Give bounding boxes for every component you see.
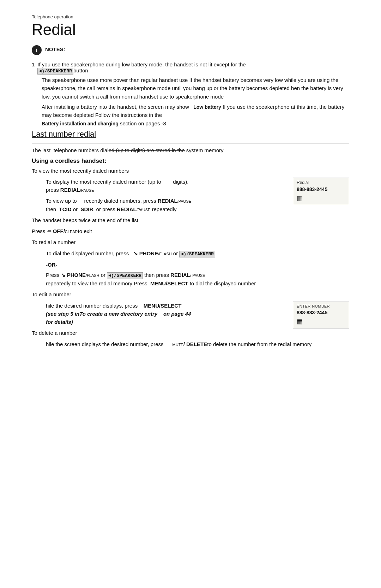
redial-screen: Redial 888-883-2445 ▦	[293, 178, 349, 205]
menu-key: MENU	[150, 280, 166, 286]
enter-number-screen: ENTER NUMBER 888-883-2445 ▦	[293, 302, 349, 328]
press-off: Press ✏ OFF/CLEARto exit	[32, 227, 349, 235]
step1: To display the most recently dialed numb…	[46, 178, 286, 194]
using-cordless-heading: Using a cordless handset:	[32, 158, 349, 165]
view-intro: To view the most recently dialed numbers	[32, 167, 349, 175]
note-text-1: If you use the speakerphone during low b…	[37, 61, 246, 74]
screen-number: 888-883-2445	[297, 186, 345, 192]
note-number: 1	[32, 61, 35, 74]
mute-key: MUTE	[173, 343, 183, 347]
enter-number-icon: ▦	[297, 317, 345, 325]
dial-displayed: To dial the displayed number, press ↘ PH…	[46, 249, 349, 258]
note-para-2: After installing a battery into the hand…	[42, 103, 349, 128]
page-title: Redial	[32, 21, 349, 38]
note-para-1: The speakerphone uses more power than re…	[42, 76, 349, 101]
last-number-description: The last telephone numbers dialed (up to…	[32, 146, 349, 154]
notes-section: i NOTES:	[32, 45, 349, 55]
edit-steps-with-screen: hile the desired number displays, press …	[32, 302, 349, 329]
section-divider	[32, 143, 349, 143]
breadcrumb: Telephone operation	[32, 14, 349, 19]
screen-title: Redial	[297, 180, 345, 185]
delete-number-intro: To delete a number	[32, 329, 349, 337]
menu-key-2: MENU	[144, 303, 159, 309]
screen-icon: ▦	[297, 194, 345, 202]
redial-key: REDIAL	[60, 187, 80, 193]
redial-key-2: REDIAL	[170, 272, 190, 278]
off-key: OFF/	[53, 228, 65, 234]
delete-key: / DELETE	[183, 341, 207, 347]
edit-step: hile the desired number displays, press …	[46, 302, 286, 326]
notes-label: NOTES:	[45, 45, 65, 52]
edit-steps-content: hile the desired number displays, press …	[32, 302, 286, 329]
edit-number-intro: To edit a number	[32, 290, 349, 298]
redial-steps-with-screen: To display the most recently dialed numb…	[32, 178, 349, 216]
select-key-2: /SELECT	[159, 303, 181, 309]
off-icon: ✏	[47, 228, 52, 234]
edit-bold-text: (see step 5 inTo create a new directory …	[46, 311, 157, 317]
enter-number-title: ENTER NUMBER	[297, 304, 345, 308]
phone-key-2: ↘ PHONE	[61, 272, 86, 278]
speakerphone-key-2: ◄)/SPEAKKERR	[179, 251, 215, 257]
phone-key: ↘ PHONE	[133, 250, 158, 256]
speakerphone-button: ◄)/SPEAKKERR	[37, 68, 73, 75]
press2: Press ↘ PHONE/FLASH or ◄)/SPEAKKERR then…	[46, 271, 349, 287]
info-icon: i	[32, 45, 42, 55]
select-key: /SELECT	[166, 280, 188, 286]
note-item-1: 1 If you use the speakerphone during low…	[32, 61, 349, 74]
enter-number-value: 888-883-2445	[297, 310, 345, 315]
step2: To view up to recently dialed numbers, p…	[46, 197, 286, 213]
handset-beeps: The handset beeps twice at the end of th…	[32, 216, 349, 224]
last-number-redial-heading: Last number redial	[32, 130, 349, 139]
redial-a-number: To redial a number	[32, 238, 349, 246]
delete-step: hile the screen displays the desired num…	[46, 340, 349, 348]
speakerphone-key-3: ◄)/SPEAKKERR	[107, 272, 143, 279]
redial-steps-content: To display the most recently dialed numb…	[32, 178, 286, 216]
or-label: -OR-	[46, 261, 349, 269]
